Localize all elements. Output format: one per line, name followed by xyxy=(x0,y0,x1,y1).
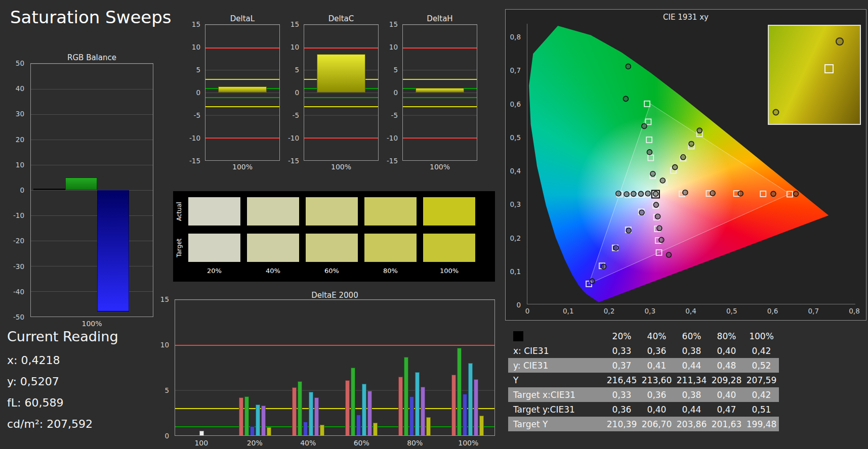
table-cell: 0,33 xyxy=(604,343,639,358)
tick-label: 0 xyxy=(281,88,299,97)
color-swatch-actual xyxy=(423,197,475,226)
ref-line xyxy=(205,79,279,80)
ref-line xyxy=(304,138,378,139)
color-swatch-target xyxy=(306,234,358,262)
delta-c-plot xyxy=(304,24,379,161)
table-header-row: 20%40%60%80%100% xyxy=(508,329,779,343)
tick-label: 0,8 xyxy=(846,307,863,315)
tick-label: -15 xyxy=(281,157,299,165)
table-cell: 0,44 xyxy=(674,402,709,417)
chart-title: DeltaL xyxy=(205,14,280,23)
table-cell: 0,40 xyxy=(709,387,744,402)
deltae-bar xyxy=(468,363,473,435)
measured-point xyxy=(666,252,671,257)
table-cell: 0,52 xyxy=(744,358,779,373)
color-swatch-target xyxy=(364,234,417,262)
chart-title: DeltaC xyxy=(304,14,379,23)
current-reading-title: Current Reading xyxy=(7,329,118,344)
current-reading-x: x: 0,4218 xyxy=(7,354,60,367)
tick-label: 40 xyxy=(4,84,24,93)
deltae-bar xyxy=(261,406,266,435)
ref-line xyxy=(304,106,378,107)
tick-label: 10 xyxy=(380,43,398,51)
target-row-label: Target xyxy=(176,234,185,262)
tick-label: -30 xyxy=(4,262,24,271)
table-row: x: CIE310,330,360,380,400,42 xyxy=(508,343,779,358)
tick-label: 20 xyxy=(4,136,24,144)
delta-c-chart: DeltaC 151050-5-10-15 100% xyxy=(281,10,383,177)
deltae-bar xyxy=(309,392,313,435)
tick-label: 30 xyxy=(4,110,24,118)
tick-label: 0,5 xyxy=(506,133,521,142)
table-cell: 210,39 xyxy=(604,417,639,431)
table-cell: 216,45 xyxy=(604,373,639,387)
swatch-column-label: 20% xyxy=(188,267,240,275)
inset-measured-point xyxy=(773,109,779,115)
row-label: x: CIE31 xyxy=(508,343,604,358)
tick-label: 0 xyxy=(154,432,169,440)
tick-label: -10 xyxy=(183,134,200,142)
table-cell: 0,51 xyxy=(744,402,779,417)
tick-label: 0 xyxy=(183,88,200,97)
table-cell: 199,48 xyxy=(744,417,779,431)
deltae-bar xyxy=(367,391,372,435)
tick-label: 50 xyxy=(4,59,24,67)
measured-point xyxy=(613,245,618,250)
measured-point xyxy=(647,150,652,155)
ref-line xyxy=(403,97,477,98)
x-axis-label: 100 xyxy=(175,439,228,447)
rgb-balance-chart: RGB Balance 50403020100-10-20-30-40-50 1… xyxy=(4,53,166,329)
measured-point xyxy=(681,155,686,160)
cie-title: CIE 1931 xy xyxy=(506,13,866,22)
deltae-bar xyxy=(320,425,324,435)
table-row: Target y:CIE310,360,400,440,470,51 xyxy=(508,402,779,417)
measured-point xyxy=(626,228,631,233)
color-swatch-actual xyxy=(247,197,299,226)
measured-point xyxy=(639,210,644,215)
tick-label: 0,3 xyxy=(506,200,521,208)
color-swatch-actual xyxy=(188,197,240,226)
inset-measured-point xyxy=(836,37,844,46)
deltae-group xyxy=(228,300,281,435)
delta-value-bar xyxy=(218,86,267,93)
deltae-y-axis: 151050 xyxy=(154,295,172,440)
measured-point xyxy=(689,141,694,146)
deltae-bar xyxy=(463,394,467,435)
measured-point xyxy=(653,191,658,196)
deltae-bar xyxy=(256,405,260,435)
table-cell: 203,86 xyxy=(674,417,709,431)
rgb-balance-plot xyxy=(30,63,153,317)
deltae-bar xyxy=(426,417,431,435)
measured-point xyxy=(624,192,629,197)
tick-label: -10 xyxy=(281,134,299,142)
tick-label: 0,5 xyxy=(723,307,740,315)
table-row: Y216,45213,60211,34209,28207,59 xyxy=(508,373,779,387)
current-reading-y: y: 0,5207 xyxy=(7,375,59,388)
deltae-bar xyxy=(373,423,378,435)
ref-line xyxy=(304,97,378,98)
measured-point xyxy=(655,214,660,219)
tick-label: 15 xyxy=(183,20,200,28)
x-axis-label: 100% xyxy=(304,163,379,171)
table-cell: 0,36 xyxy=(639,387,674,402)
tick-label: 10 xyxy=(183,43,200,51)
tick-label: 5 xyxy=(380,66,398,74)
tick-label: 15 xyxy=(380,20,398,28)
table-cell: 0,38 xyxy=(674,387,709,402)
color-swatch-target xyxy=(188,234,240,262)
table-cell: 0,48 xyxy=(709,358,744,373)
measured-point xyxy=(683,190,688,195)
deltae-bar xyxy=(298,381,302,435)
measured-point xyxy=(601,264,606,269)
tick-label: 0 xyxy=(4,186,24,194)
x-axis-label: 60% xyxy=(335,439,389,447)
deltae-bar xyxy=(303,422,308,435)
rgb-bar-red xyxy=(33,189,65,190)
tick-label: 0 xyxy=(380,88,398,97)
x-axis-label: 20% xyxy=(228,439,282,447)
ref-line xyxy=(403,106,477,107)
measured-point xyxy=(660,178,665,183)
table-column-header: 80% xyxy=(709,329,744,343)
swatch-column-label: 100% xyxy=(423,267,475,275)
tick-label: 5 xyxy=(154,386,169,394)
